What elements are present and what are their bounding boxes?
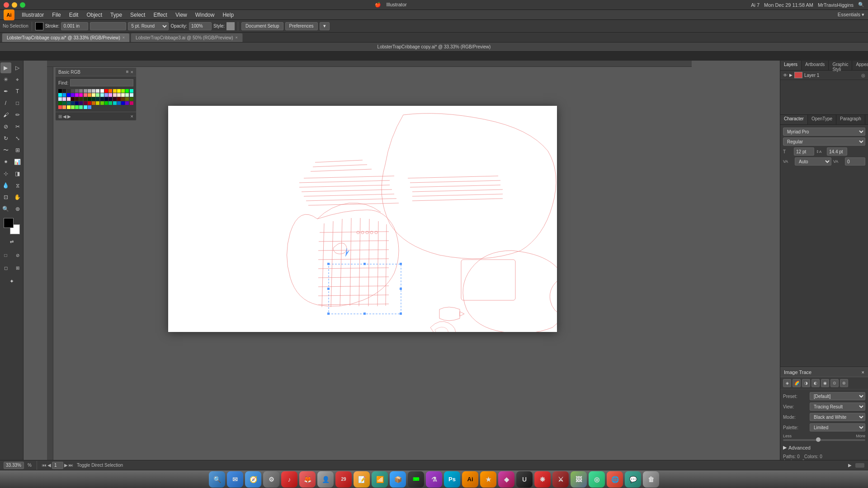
- layer-visibility-toggle[interactable]: 👁: [783, 73, 788, 78]
- mesh-tool[interactable]: ⊹: [0, 168, 11, 179]
- color-swatch-cell[interactable]: [96, 97, 99, 101]
- color-swatch-cell[interactable]: [62, 101, 66, 105]
- dock-dropbox[interactable]: 📦: [390, 471, 406, 488]
- font-size-input[interactable]: [794, 147, 814, 156]
- blend-tool[interactable]: ⧖: [12, 180, 23, 191]
- screen-mode[interactable]: ⊞: [12, 262, 23, 273]
- foreground-color-swatch[interactable]: [4, 218, 14, 228]
- color-swatch-cell[interactable]: [104, 89, 108, 93]
- color-swatch-cell[interactable]: [121, 97, 125, 101]
- color-swatch-cell[interactable]: [75, 101, 79, 105]
- color-swatch-cell[interactable]: [75, 93, 79, 97]
- low-color-trace-btn[interactable]: ◑: [802, 379, 810, 387]
- h-scroll-indicator[interactable]: [855, 463, 864, 468]
- prev-swatch[interactable]: ◀: [63, 114, 66, 119]
- bw-trace-btn[interactable]: ◉: [821, 379, 829, 387]
- color-swatch-cell[interactable]: [58, 89, 62, 93]
- layer-name[interactable]: Layer 1: [804, 73, 859, 78]
- dock-finder[interactable]: 🔍: [209, 471, 225, 488]
- color-swatch-cell[interactable]: [117, 93, 121, 97]
- tab-0[interactable]: LobsterTrapCribbage copy.ai* @ 33.33% (R…: [2, 33, 130, 42]
- tab-layers[interactable]: Layers: [780, 61, 802, 70]
- eyedropper-tool[interactable]: 💧: [0, 180, 11, 191]
- rotate-tool[interactable]: ↻: [0, 133, 11, 144]
- maximize-button[interactable]: [20, 2, 25, 8]
- color-swatch-cell[interactable]: [58, 93, 62, 97]
- color-swatch-cell[interactable]: [75, 105, 79, 109]
- color-swatch-cell[interactable]: [58, 97, 62, 101]
- color-panel-close[interactable]: ×: [131, 69, 133, 75]
- outline-trace-btn[interactable]: ⊙: [830, 379, 839, 387]
- font-family-select[interactable]: Myriad Pro: [783, 128, 865, 136]
- color-swatch-cell[interactable]: [67, 93, 71, 97]
- dock-terminal[interactable]: ⌨: [408, 471, 424, 488]
- color-swatch-cell[interactable]: [130, 89, 133, 93]
- tab-artboards[interactable]: Artboards: [802, 61, 829, 70]
- layer-expand-icon[interactable]: ▶: [789, 73, 793, 77]
- fill-mode[interactable]: □: [0, 250, 11, 261]
- dock-photoshop[interactable]: Ps: [444, 471, 460, 488]
- style-swatch[interactable]: [226, 22, 235, 30]
- view-select[interactable]: Tracing Result: [810, 403, 865, 411]
- color-swatch-cell[interactable]: [108, 97, 112, 101]
- stroke-value-input[interactable]: [61, 22, 88, 30]
- line-tool[interactable]: /: [0, 98, 11, 109]
- color-swatch-cell[interactable]: [121, 89, 125, 93]
- color-swatch-cell[interactable]: [79, 93, 83, 97]
- color-swatch-cell[interactable]: [75, 89, 79, 93]
- menu-window[interactable]: Window: [192, 11, 218, 19]
- dock-itunes[interactable]: ♪: [281, 471, 297, 488]
- dock-trash[interactable]: 🗑: [643, 471, 659, 488]
- symbol-sprayer-tool[interactable]: ⁕: [0, 156, 11, 167]
- zoom-input[interactable]: [4, 462, 24, 469]
- document-setup-button[interactable]: Document Setup: [241, 22, 283, 30]
- type-tool[interactable]: T: [12, 86, 23, 97]
- color-swatch-cell[interactable]: [62, 93, 66, 97]
- search-icon[interactable]: 🔍: [858, 2, 864, 8]
- color-swatch-cell[interactable]: [71, 89, 75, 93]
- color-swatch-cell[interactable]: [92, 93, 95, 97]
- color-swatch-cell[interactable]: [104, 97, 108, 101]
- dock-safari[interactable]: 🧭: [245, 471, 261, 488]
- color-swatch-cell[interactable]: [117, 101, 121, 105]
- extra-tool[interactable]: ⊛: [12, 204, 23, 214]
- free-transform-tool[interactable]: ⊞: [12, 145, 23, 156]
- color-swatch-cell[interactable]: [108, 93, 112, 97]
- scroll-right-btn[interactable]: ▶: [848, 463, 852, 468]
- tab-0-close[interactable]: ×: [123, 35, 125, 40]
- character-panel-menu[interactable]: ≡: [865, 115, 868, 124]
- dock-chrome[interactable]: ◎: [589, 471, 605, 488]
- tab-character[interactable]: Character: [780, 115, 808, 124]
- kerning-select[interactable]: Auto: [795, 157, 831, 166]
- next-page-btn[interactable]: ▶: [64, 463, 68, 468]
- color-swatch-cell[interactable]: [104, 93, 108, 97]
- color-swatch-cell[interactable]: [67, 101, 71, 105]
- pen-tool[interactable]: ✒: [0, 86, 11, 97]
- dock-extra4[interactable]: ⚔: [552, 471, 569, 488]
- color-swatch-cell[interactable]: [96, 101, 99, 105]
- high-color-trace-btn[interactable]: 🌈: [793, 379, 801, 387]
- color-swatch-cell[interactable]: [117, 97, 121, 101]
- color-swatch-cell[interactable]: [125, 93, 129, 97]
- swatch-options[interactable]: ⊞: [58, 114, 62, 119]
- color-swatch-cell[interactable]: [62, 89, 66, 93]
- layer-lock-icon[interactable]: ◎: [861, 73, 865, 78]
- magic-wand-tool[interactable]: ✳: [0, 74, 11, 85]
- menu-effect[interactable]: Effect: [150, 11, 170, 19]
- dock-illustrator[interactable]: Ai: [462, 471, 478, 488]
- eraser-tool[interactable]: ⊘: [0, 121, 11, 132]
- leading-input[interactable]: [827, 147, 847, 156]
- menu-file[interactable]: File: [48, 11, 64, 19]
- color-swatch-cell[interactable]: [100, 101, 104, 105]
- dock-calendar[interactable]: 29: [335, 471, 352, 488]
- font-style-select[interactable]: Regular: [783, 137, 865, 146]
- tab-paragraph[interactable]: Paragraph: [836, 115, 865, 124]
- gradient-tool[interactable]: ◨: [12, 168, 23, 179]
- color-swatch-cell[interactable]: [88, 89, 91, 93]
- prev-page-btn[interactable]: ◀: [47, 463, 51, 468]
- pencil-tool[interactable]: ✏: [12, 109, 23, 120]
- preferences-button[interactable]: Preferences: [285, 22, 318, 30]
- menu-view[interactable]: View: [172, 11, 191, 19]
- tab-appearance[interactable]: Appearance: [852, 61, 868, 70]
- grayscale-trace-btn[interactable]: ◐: [811, 379, 820, 387]
